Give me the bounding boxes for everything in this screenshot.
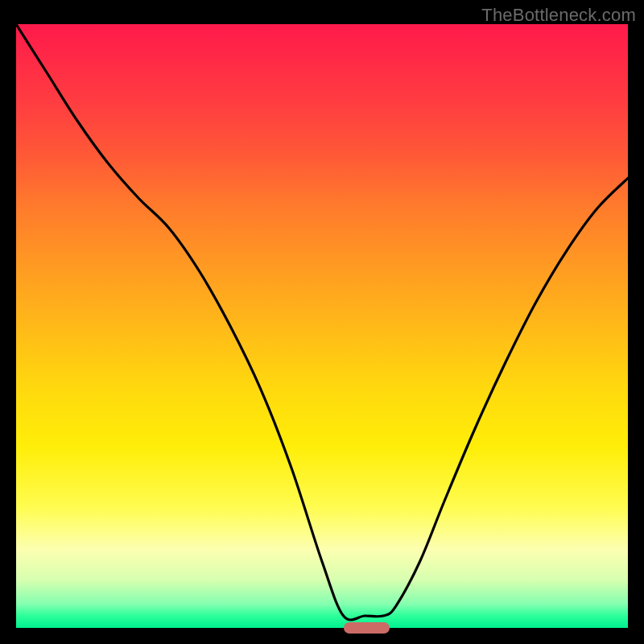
bottleneck-curve — [16, 24, 628, 628]
chart-frame: TheBottleneck.com — [0, 0, 644, 644]
watermark-text: TheBottleneck.com — [481, 5, 636, 26]
optimum-marker — [344, 622, 390, 634]
plot-area — [16, 24, 628, 628]
